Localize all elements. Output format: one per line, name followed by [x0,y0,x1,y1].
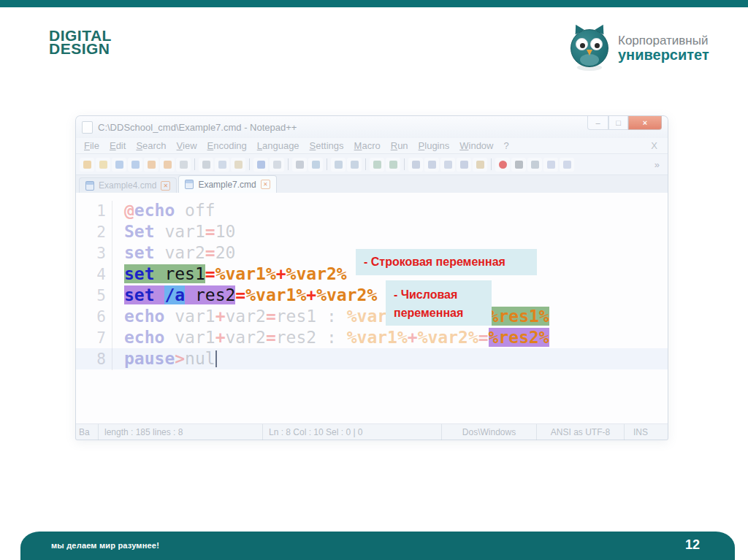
menu-search[interactable]: Search [131,140,171,151]
record-macro-icon[interactable] [495,158,510,172]
code-line-1: 1@echo off [76,200,668,221]
code-token: = [205,264,215,283]
save-icon[interactable] [112,158,126,172]
menu-settings[interactable]: Settings [305,140,349,151]
zoom-out-icon[interactable] [347,158,362,172]
toolbar-separator [491,158,492,170]
close-all-icon[interactable] [160,158,175,172]
code-token: = [266,328,276,347]
toolbar-overflow-chevron[interactable]: » [654,159,664,170]
word-wrap-icon[interactable] [408,158,423,172]
digital-design-logo-line2: DESIGN [49,42,112,55]
code-token: = [205,243,215,262]
print-icon[interactable] [176,158,191,172]
code-token: = [235,285,245,304]
maximize-button[interactable]: □ [608,116,628,130]
zoom-in-icon[interactable] [331,158,346,172]
show-all-characters-icon[interactable] [424,158,439,172]
undo-icon[interactable] [253,158,268,172]
close-button[interactable]: × [628,116,662,130]
replace-icon-glyph [312,161,320,169]
code-editor[interactable]: 1@echo off2Set var1=103set var2=204set r… [76,193,668,423]
copy-icon[interactable] [215,158,229,172]
title-bar[interactable]: C:\DDSchool_cmd\Example7.cmd - Notepad++… [76,116,668,138]
callout-numeric-line1: - Числовая [394,285,492,304]
stop-macro-icon[interactable] [511,158,526,172]
toolbar: » [76,153,668,174]
replace-icon[interactable] [308,158,323,172]
code-token: + [215,307,226,326]
show-all-characters-icon-glyph [428,161,436,169]
code-token: %res2% [489,328,549,347]
callout-numeric-variable: - Числовая переменная [386,280,492,326]
code-token: %var1% [347,328,408,347]
document-map-icon-glyph [476,161,484,169]
find-icon[interactable] [292,158,307,172]
menu-view[interactable]: View [172,140,202,151]
menu-help[interactable]: ? [498,140,514,151]
status-insert-mode: INS [624,424,668,440]
save-icon-glyph [115,161,123,169]
menu-run[interactable]: Run [386,140,413,151]
code-token: + [215,328,226,347]
menu-close-x[interactable]: X [644,140,665,151]
code-token: > [175,349,185,368]
tab-bar: Example4.cmd✕Example7.cmd✕ [76,174,668,193]
sync-vertical-icon-glyph [373,161,381,169]
stop-macro-icon-glyph [515,161,523,169]
cut-icon[interactable] [199,158,213,172]
owl-belly-icon [580,54,599,66]
function-list-icon[interactable] [457,158,471,172]
line-number: 7 [79,328,112,349]
save-macro-icon[interactable] [543,158,558,172]
code-token [155,264,165,283]
menu-edit[interactable]: Edit [104,140,131,151]
sync-horizontal-icon-glyph [389,161,397,169]
tab-close-icon[interactable]: ✕ [261,180,270,189]
code-token: + [276,264,286,283]
text-cursor [215,350,217,367]
minimize-button[interactable]: – [587,116,608,130]
menu-language[interactable]: Language [252,140,305,151]
owl-beak-icon [587,50,592,55]
indent-guide-icon[interactable] [440,158,455,172]
menu-macro[interactable]: Macro [349,140,386,151]
menu-encoding[interactable]: Encoding [202,140,252,151]
code-token: var2 [226,307,266,326]
code-token: /a [164,285,185,304]
open-file-icon[interactable] [96,158,110,172]
save-all-icon[interactable] [128,158,142,172]
play-macro-icon[interactable] [527,158,542,172]
zoom-in-icon-glyph [335,161,343,169]
close-file-icon[interactable] [144,158,159,172]
code-token: echo [134,201,175,220]
menu-file[interactable]: File [79,140,104,151]
owl-eye-icon [590,38,603,50]
status-encoding: ANSI as UTF-8 [536,424,624,440]
menu-window[interactable]: Window [454,140,498,151]
line-number: 1 [79,201,112,222]
sync-horizontal-icon[interactable] [386,158,400,172]
status-doc-type: Ba [76,424,98,440]
tab-example4-cmd[interactable]: Example4.cmd✕ [79,177,177,193]
tab-example7-cmd[interactable]: Example7.cmd✕ [178,175,276,193]
document-map-icon[interactable] [473,158,487,172]
close-file-icon-glyph [148,161,156,169]
cut-icon-glyph [202,161,210,169]
code-token: %res1% [489,307,549,326]
code-token: %var1% [245,285,306,304]
copy-icon-glyph [218,161,226,169]
run-macro-multiple-icon[interactable] [560,158,574,172]
tab-close-icon[interactable]: ✕ [161,181,170,191]
code-token: : [316,328,347,347]
code-token: = [478,328,489,347]
paste-icon-glyph [234,161,243,169]
redo-icon[interactable] [270,158,284,172]
new-file-icon[interactable] [80,158,94,172]
sync-vertical-icon[interactable] [370,158,384,172]
toolbar-separator [249,158,250,170]
paste-icon[interactable] [231,158,245,172]
menu-plugins[interactable]: Plugins [413,140,455,151]
code-token: var1 [164,328,215,347]
line-number: 4 [79,264,112,285]
